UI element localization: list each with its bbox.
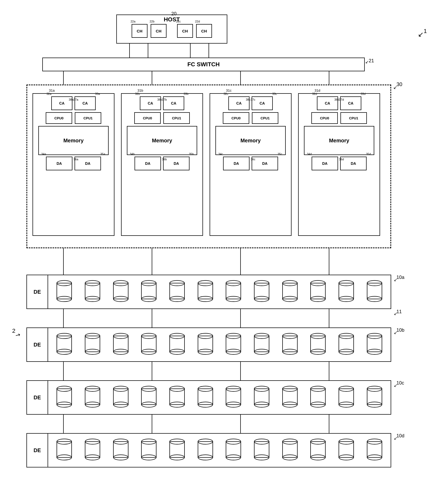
de-c-label: DE — [27, 381, 48, 414]
ctrl-d-da-row: 34d DA 36d DA 35d — [301, 157, 377, 170]
ctrl-c-ref-35c: 35c — [278, 152, 282, 156]
disk-icon — [196, 280, 214, 304]
ctrl-a-cpu0: CPU0 — [46, 112, 72, 124]
ctrl-d-da-left-wrap: 34d DA 36d — [312, 157, 338, 170]
ctrl-d-da-right-wrap: DA 35d — [340, 157, 367, 170]
disk-icon — [309, 280, 327, 304]
disk-icon — [112, 386, 130, 409]
fc-switch-box: FC SWITCH — [42, 58, 365, 71]
host-ref: 20 — [171, 11, 177, 17]
de-b-ref: 10b — [396, 327, 404, 333]
disk-icon — [337, 280, 355, 304]
ctrl-a-da-right-wrap: DA 35a — [75, 157, 101, 170]
ctrl-unit-a: 31a 32a CA 37a CA 38a — [33, 93, 114, 236]
ctrl-a-ref-34a: 34a — [41, 152, 46, 156]
ch-wrapper-d: 22d CH — [196, 24, 212, 38]
ctrl-c-ref-33c: 33c — [272, 92, 277, 95]
ctrl-d-memory: Memory — [304, 126, 374, 155]
disk-icon — [337, 438, 355, 462]
de-a-arrow: ↙ — [394, 277, 397, 282]
ctrl-d-ca-right: CA — [340, 96, 361, 110]
disk-icon — [309, 386, 327, 409]
ctrl-b-ref-32b: 32b — [135, 92, 140, 95]
ctrl-c-ref: 31c — [226, 88, 232, 92]
dkc-box: 31a 32a CA 37a CA 38a — [26, 85, 391, 248]
disk-icon — [168, 280, 186, 304]
de-d-disks — [48, 438, 391, 462]
disk-icon — [196, 386, 214, 409]
disk-icon — [84, 280, 101, 304]
ctrl-d-ref-38d: 38d — [334, 98, 339, 101]
ctrl-d-ca-right-wrap: CA 38d 33d — [340, 96, 361, 110]
ctrl-b-cpu-row: CPU0 CPU1 — [127, 112, 197, 124]
de-d-ref: 10d — [396, 433, 404, 439]
de-row-b: DE — [26, 327, 391, 362]
ctrl-a-ca-right-wrap: CA 38a 33a — [75, 96, 96, 110]
disk-icon — [168, 438, 186, 462]
ch-ref-a: 22a — [131, 20, 135, 23]
disk-icon — [281, 386, 299, 409]
de-a-disks — [48, 280, 391, 304]
disk-icon — [366, 280, 384, 304]
ch-row: 22a CH 22b CH 22c CH 22d — [132, 24, 212, 38]
ctrl-a-ref-35a: 35a — [100, 152, 105, 156]
ctrl-d-cpu1: CPU1 — [340, 112, 367, 124]
ctrl-c-memory: Memory — [215, 126, 286, 155]
ctrl-b-ref-35b: 35b — [189, 152, 194, 156]
ctrl-d-da-right: DA — [340, 157, 367, 170]
ctrl-c-cpu1: CPU1 — [252, 112, 278, 124]
ctrl-b-cpu0: CPU0 — [134, 112, 161, 124]
disk-icon — [366, 333, 384, 357]
disk-icon — [84, 333, 101, 357]
ctrl-c-ca-row: 32c CA 37c CA 38c 33c — [212, 96, 289, 110]
disk-icon — [281, 438, 299, 462]
disk-icon — [84, 386, 101, 409]
ctrl-b-cpu1: CPU1 — [163, 112, 190, 124]
ctrl-a-ref-38a: 38a — [69, 98, 73, 101]
disk-icon — [309, 333, 327, 357]
ctrl-b-ca-right: CA — [163, 96, 184, 110]
ctrl-d-ref-32d: 32d — [312, 92, 317, 95]
disk-icon — [224, 438, 242, 462]
disk-icon — [140, 386, 158, 409]
ctrl-d-da-left: DA — [312, 157, 338, 170]
ctrl-a-cpu1: CPU1 — [75, 112, 101, 124]
ctrl-c-da-right-wrap: DA 35c — [252, 157, 278, 170]
ctrl-a-inner: 32a CA 37a CA 38a 33a — [33, 94, 114, 171]
ctrl-a-ref-32a: 32a — [47, 92, 51, 95]
ctrl-c-ref-34c: 34c — [218, 152, 223, 156]
disk-icon — [224, 386, 242, 409]
de-row-d: DE — [26, 433, 391, 467]
ctrl-b-da-right: DA — [163, 157, 190, 170]
ref-1-arrow: ↙ — [418, 30, 424, 39]
ch-ref-b: 22b — [150, 20, 154, 23]
disk-icon — [253, 333, 271, 357]
de-a-ref: 10a — [396, 275, 404, 280]
ctrl-c-ca-right: CA — [252, 96, 273, 110]
ctrl-a-da-row: 34a DA 36a DA 35a — [35, 157, 112, 170]
ctrl-b-ca-row: 32b CA 37b CA 38b 33b — [124, 96, 200, 110]
disk-icon — [112, 280, 130, 304]
ctrl-b-da-left-wrap: 34b DA 36b — [135, 157, 161, 170]
disk-icon — [112, 438, 130, 462]
disk-icon — [224, 333, 242, 357]
ctrl-d-cpu-row: CPU0 CPU1 — [304, 112, 374, 124]
de-b-disks — [48, 333, 391, 357]
connection-lines — [0, 0, 448, 501]
ch-wrapper-a: 22a CH — [132, 24, 147, 38]
ctrl-d-ca-row: 32d CA 37d CA 38d 33d — [301, 96, 377, 110]
ctrl-b-memory: Memory — [127, 126, 197, 155]
disk-icon — [196, 438, 214, 462]
disk-icon — [253, 386, 271, 409]
ctrl-a-da-right: DA — [75, 157, 101, 170]
ctrl-b-da-left: DA — [135, 157, 161, 170]
ch-wrapper-c: 22c CH — [177, 24, 193, 38]
de-d-arrow: ↙ — [394, 436, 397, 441]
fc-switch-ref: 21 — [369, 58, 374, 64]
de-b-label: DE — [27, 328, 48, 361]
ctrl-d-ref-33d: 33d — [361, 92, 366, 95]
disk-icon — [55, 333, 73, 357]
de-d-label: DE — [27, 434, 48, 467]
dkc-ref: 30 — [396, 81, 402, 87]
ctrl-b-ca-right-wrap: CA 38b 33b — [163, 96, 184, 110]
